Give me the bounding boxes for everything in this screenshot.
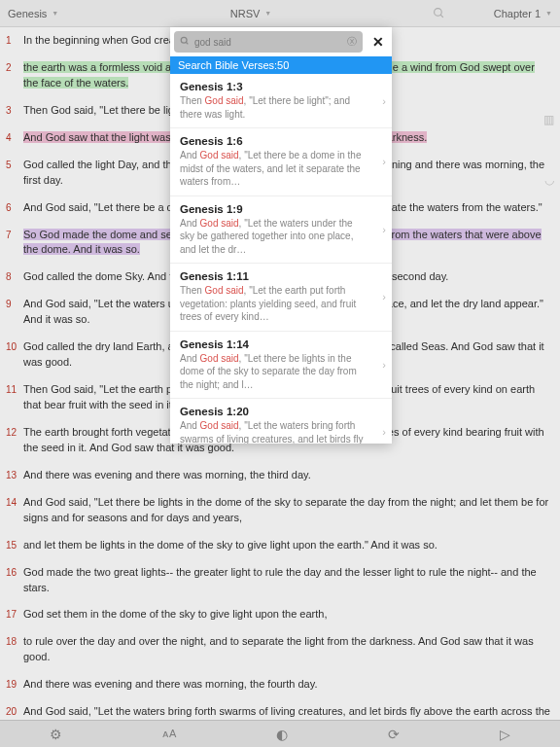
result-snippet: Then God said, "Let there be light"; and… bbox=[180, 94, 382, 121]
result-ref: Genesis 1:11 bbox=[180, 270, 382, 282]
chevron-right-icon: › bbox=[382, 156, 386, 167]
result-ref: Genesis 1:3 bbox=[180, 81, 382, 92]
search-result[interactable]: Genesis 1:11Then God said, "Let the eart… bbox=[170, 264, 392, 332]
result-snippet: And God said, "Let the waters under the … bbox=[180, 217, 382, 257]
chevron-right-icon: › bbox=[382, 95, 386, 107]
search-banner: Search Bible Verses:50 bbox=[170, 56, 392, 74]
result-ref: Genesis 1:14 bbox=[180, 338, 382, 350]
search-popup: ⓧ ✕ Search Bible Verses:50 Genesis 1:3Th… bbox=[170, 27, 392, 444]
search-row: ⓧ ✕ bbox=[170, 27, 392, 56]
result-snippet: Then God said, "Let the earth put forth … bbox=[180, 284, 382, 324]
search-result[interactable]: Genesis 1:6And God said, "Let there be a… bbox=[170, 128, 392, 196]
search-input[interactable] bbox=[194, 37, 342, 48]
search-box[interactable]: ⓧ bbox=[174, 31, 363, 53]
search-results: Genesis 1:3Then God said, "Let there be … bbox=[170, 74, 392, 444]
chevron-right-icon: › bbox=[382, 291, 386, 302]
close-icon[interactable]: ✕ bbox=[368, 34, 388, 50]
result-ref: Genesis 1:20 bbox=[180, 406, 382, 417]
search-result[interactable]: Genesis 1:9And God said, "Let the waters… bbox=[170, 196, 392, 265]
search-result[interactable]: Genesis 1:20And God said, "Let the water… bbox=[170, 399, 392, 444]
result-ref: Genesis 1:9 bbox=[180, 203, 382, 215]
svg-line-3 bbox=[186, 42, 188, 44]
svg-point-2 bbox=[181, 37, 187, 43]
result-snippet: And God said, "Let the waters bring fort… bbox=[180, 419, 382, 444]
clear-icon[interactable]: ⓧ bbox=[347, 35, 357, 49]
chevron-right-icon: › bbox=[382, 224, 386, 235]
search-icon bbox=[180, 36, 190, 48]
result-ref: Genesis 1:6 bbox=[180, 135, 382, 147]
chevron-right-icon: › bbox=[382, 359, 386, 371]
search-result[interactable]: Genesis 1:14And God said, "Let there be … bbox=[170, 332, 392, 400]
result-snippet: And God said, "Let there be lights in th… bbox=[180, 352, 382, 392]
search-result[interactable]: Genesis 1:3Then God said, "Let there be … bbox=[170, 74, 392, 128]
result-snippet: And God said, "Let there be a dome in th… bbox=[180, 149, 382, 189]
chevron-right-icon: › bbox=[382, 426, 386, 438]
